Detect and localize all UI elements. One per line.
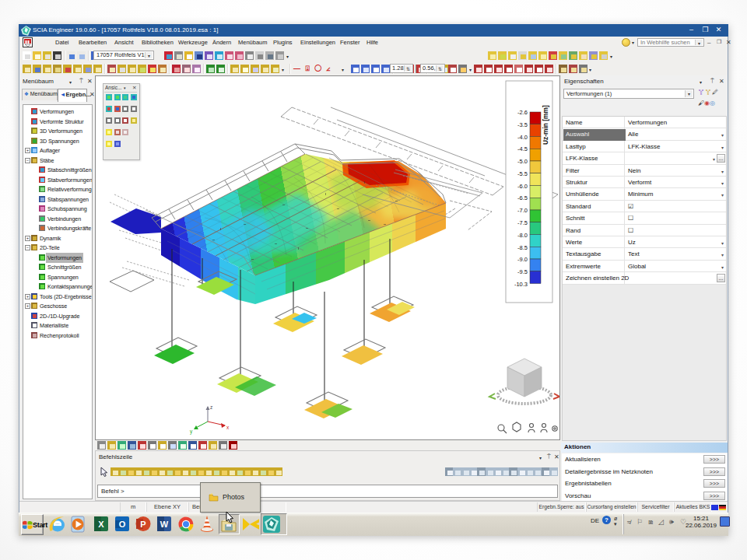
svg-text:-5.5: -5.5: [517, 170, 528, 177]
svg-text:-10.3: -10.3: [514, 281, 528, 288]
svg-text:-2.6: -2.6: [517, 109, 528, 116]
svg-text:O: O: [119, 520, 126, 529]
svg-text:P: P: [140, 520, 146, 529]
svg-text:Uz-min [mm]: Uz-min [mm]: [542, 105, 549, 145]
svg-text:-3.5: -3.5: [517, 121, 528, 128]
svg-text:-9.0: -9.0: [517, 256, 528, 263]
svg-text:-6.5: -6.5: [517, 194, 528, 201]
svg-text:X: X: [98, 520, 104, 529]
svg-text:-5.0: -5.0: [517, 158, 528, 165]
svg-text:-9.5: -9.5: [517, 268, 528, 275]
svg-text:W: W: [160, 520, 169, 529]
svg-text:-8.0: -8.0: [517, 232, 528, 239]
svg-text:y: y: [190, 429, 193, 435]
svg-text:-8.5: -8.5: [517, 244, 528, 251]
svg-text:-4.5: -4.5: [517, 145, 528, 152]
svg-text:-4.0: -4.0: [517, 134, 528, 141]
svg-text:z: z: [210, 404, 212, 410]
svg-text:-7.5: -7.5: [517, 219, 528, 226]
svg-text:-7.0: -7.0: [517, 207, 528, 214]
svg-text:x: x: [226, 425, 230, 430]
svg-text:-6.0: -6.0: [517, 183, 528, 190]
